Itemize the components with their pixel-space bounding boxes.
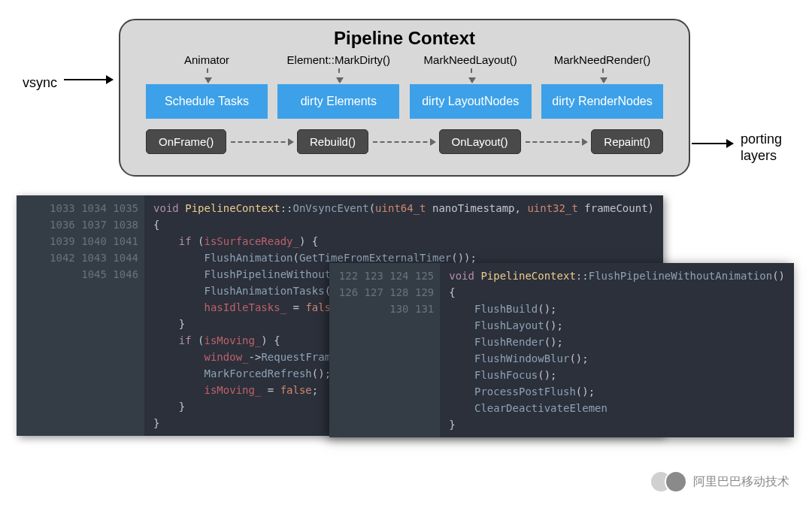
box-dirty-elements: dirty Elements (277, 84, 399, 119)
dash-arrow-right-icon (373, 141, 435, 143)
context-title: Pipeline Context (135, 28, 674, 49)
input-arrow (64, 79, 113, 80)
dark-row: OnFrame() Rebuild() OnLayout() Repaint() (135, 129, 674, 154)
dash-arrow-down-icon (602, 68, 604, 82)
box-rebuild: Rebuild() (297, 129, 368, 154)
trigger-needrender: MarkNeedRender() (541, 53, 663, 66)
box-dirty-layoutnodes: dirty LayoutNodes (410, 84, 532, 119)
blue-row: Schedule Tasks dirty Elements dirty Layo… (135, 84, 674, 119)
pipeline-diagram: vsync Pipeline Context Animator Element:… (0, 0, 812, 188)
watermark: 阿里巴巴移动技术 (657, 470, 789, 493)
code-body: void PipelineContext::FlushPipelineWitho… (440, 263, 794, 437)
box-dirty-rendernodes: dirty RenderNodes (541, 84, 663, 119)
box-repaint: Repaint() (591, 129, 663, 154)
porting-layers-label: porting layers (741, 132, 782, 164)
dash-arrow-down-icon (471, 68, 472, 82)
line-gutter: 122 123 124 125 126 127 128 129 130 131 (329, 263, 440, 437)
dash-arrow-right-icon (231, 141, 292, 143)
pipeline-context-box: Pipeline Context Animator Element::MarkD… (119, 19, 690, 177)
trigger-animator: Animator (146, 53, 268, 66)
output-arrow (692, 143, 733, 144)
dash-arrow-right-icon (526, 141, 587, 143)
code-snippet-flushpipeline: 122 123 124 125 126 127 128 129 130 131 … (329, 263, 794, 437)
box-onframe: OnFrame() (146, 129, 226, 154)
trigger-row: Animator Element::MarkDirty() MarkNeedLa… (135, 53, 674, 66)
vsync-label: vsync (23, 75, 57, 91)
line-gutter: 1033 1034 1035 1036 1037 1038 1039 1040 … (17, 195, 144, 436)
watermark-text: 阿里巴巴移动技术 (693, 474, 789, 490)
dash-arrow-down-icon (207, 68, 208, 82)
wechat-icon (657, 470, 687, 493)
trigger-needlayout: MarkNeedLayout() (410, 53, 532, 66)
box-schedule-tasks: Schedule Tasks (146, 84, 268, 119)
dash-arrow-down-icon (338, 68, 340, 82)
trigger-markdirty: Element::MarkDirty() (277, 53, 399, 66)
box-onlayout: OnLayout() (439, 129, 521, 154)
